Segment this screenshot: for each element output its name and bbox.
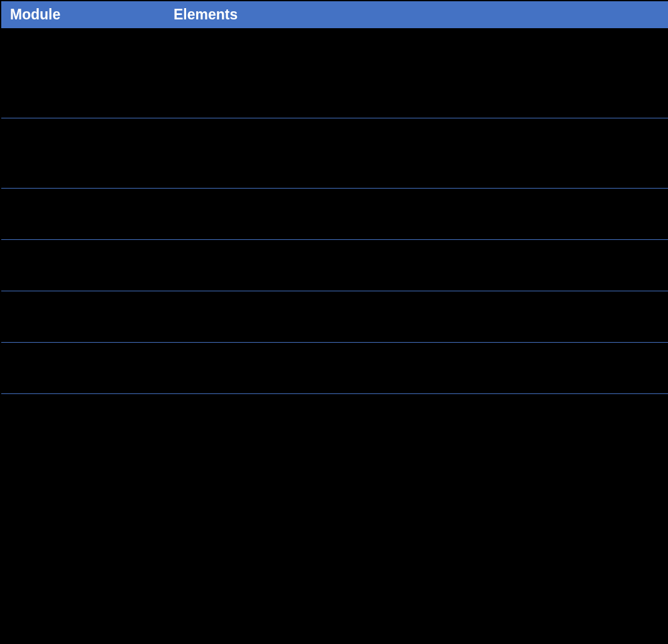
table-row: 4. Motivation and sustainabilityMotivati…: [1, 239, 668, 291]
table-row: 1. The self-decision approach for a sust…: [1, 29, 668, 118]
cell-elements: The social self approach (ISA/SA) -- Und…: [165, 291, 668, 342]
modules-table: Module Elements 1. The self-decision app…: [0, 0, 668, 445]
header-elements: Elements: [165, 1, 668, 29]
table-row: 6. EmotionsEmotions at the core of human…: [1, 342, 668, 393]
cell-elements: Emotions at the core of human beings (IS…: [165, 342, 668, 393]
table-header-row: Module Elements: [1, 1, 668, 29]
table-row: 2. Critical and creative thinking: Cogni…: [1, 118, 668, 188]
cell-elements: Mindsets for sustainability (ISA/SA) -- …: [165, 189, 668, 240]
cell-module: 7. Non-cognitive skills?: [1, 393, 165, 445]
cell-elements: Non-cognitive skills (ISA/SA) -- Empathy…: [165, 393, 668, 445]
cell-module: 1. The self-decision approach for a sust…: [1, 29, 165, 118]
table-row: 5. The social selfThe social self approa…: [1, 291, 668, 342]
cell-elements: Critical and creative thinking (ISA/SA) …: [165, 118, 668, 188]
cell-module: 2. Critical and creative thinking: Cogni…: [1, 118, 165, 188]
cell-elements: Motivation and sustainability (ISA/SA) -…: [165, 239, 668, 291]
cell-module: 3. Mindsets and sustainability: [1, 189, 165, 240]
header-module: Module: [1, 1, 165, 29]
cell-elements: Global warming and climate change (ISA/S…: [165, 29, 668, 118]
cell-module: 4. Motivation and sustainability: [1, 239, 165, 291]
cell-module: 5. The social self: [1, 291, 165, 342]
table-row: 7. Non-cognitive skills?Non-cognitive sk…: [1, 393, 668, 445]
cell-module: 6. Emotions: [1, 342, 165, 393]
table-row: 3. Mindsets and sustainabilityMindsets f…: [1, 189, 668, 240]
